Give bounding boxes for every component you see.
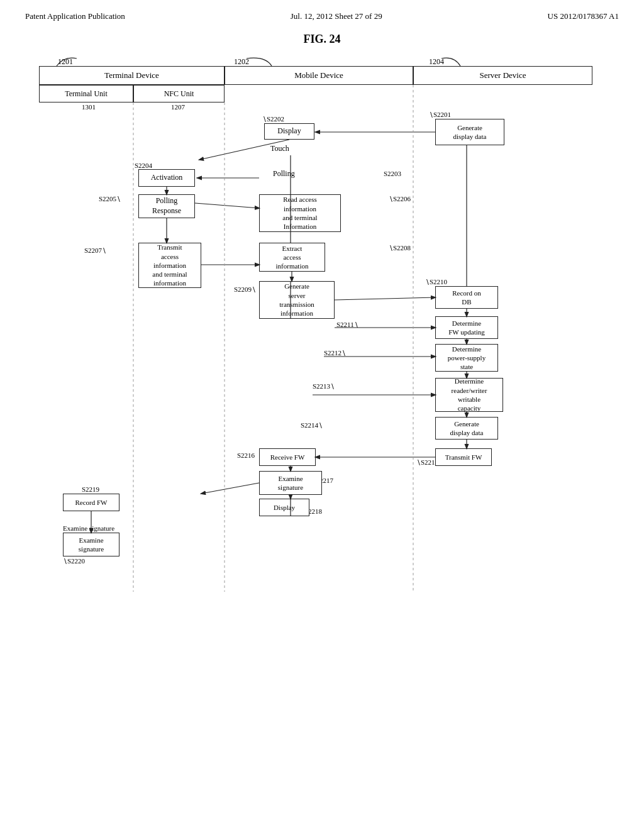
header-left: Patent Application Publication <box>25 11 125 21</box>
s2212-box: Determinepower-supplystate <box>435 344 498 372</box>
nfc-unit-header: NFC Unit <box>133 85 225 102</box>
s2206-box: Read accessinformationand terminalInform… <box>259 194 341 232</box>
s2213-box: Determinereader/writerwritablecapacity <box>435 378 503 412</box>
s2202-label: ∖S2202 <box>262 114 284 123</box>
header-middle: Jul. 12, 2012 Sheet 27 of 29 <box>291 11 382 21</box>
s2216-box: Receive FW <box>259 448 316 466</box>
figure-title: FIG. 24 <box>0 33 644 46</box>
tu-number: 1301 <box>82 102 96 111</box>
s2211-label-num: S2211∖ <box>336 320 358 329</box>
s2205-box: PollingResponse <box>138 194 195 218</box>
s2204-box: Activation <box>138 169 195 187</box>
s2212-label-num: S2212∖ <box>324 348 346 357</box>
svg-line-13 <box>201 483 259 494</box>
s2220-label-num: Examine signature <box>63 524 114 533</box>
terminal-device-header: Terminal Device <box>39 66 225 85</box>
s2219-box: Record FW <box>63 494 119 511</box>
server-device-header: Server Device <box>413 66 592 85</box>
polling-label: Polling <box>273 169 295 179</box>
s2214-label-num: S2214∖ <box>301 421 323 429</box>
header-right: US 2012/0178367 A1 <box>548 11 619 21</box>
svg-line-3 <box>195 203 259 208</box>
s2216-label-num: S2216 <box>237 451 255 460</box>
s2201-box: Generatedisplay data <box>435 119 504 145</box>
nfc-number: 1207 <box>171 102 185 111</box>
s2207-box: Transmitaccessinformationand terminalinf… <box>138 243 201 288</box>
page-header: Patent Application Publication Jul. 12, … <box>0 0 644 26</box>
s2213-label-num: S2213∖ <box>313 382 335 390</box>
s2201-label: ∖S2201 <box>429 110 451 119</box>
s2220-box: Examinesignature <box>63 533 119 556</box>
s2211-box: DetermineFW updating <box>435 316 498 339</box>
s2217-box: Examinesignature <box>259 471 322 495</box>
mobile-device-header: Mobile Device <box>225 66 413 85</box>
diagram-arrows <box>39 57 605 780</box>
s2205-label: S2205∖ <box>99 194 121 203</box>
s2215-box: Transmit FW <box>435 448 492 466</box>
s2209-box: Generateservertransmissioninformation <box>259 281 335 319</box>
s2220-step-num: ∖S2220 <box>63 556 85 565</box>
touch-label: Touch <box>270 144 289 154</box>
s2209-label-num: S2209∖ <box>234 285 256 294</box>
s2214-box: Generatedisplay data <box>435 417 498 440</box>
s2219-label-num: S2219 <box>82 485 99 494</box>
s2208-label: ∖S2208 <box>389 243 411 252</box>
s2202-box: Display <box>264 123 314 140</box>
s2207-label: S2207∖ <box>84 246 106 255</box>
s2208-box: Extractaccessinformation <box>259 243 325 272</box>
s2206-label: ∖S2206 <box>389 194 411 203</box>
terminal-unit-header: Terminal Unit <box>39 85 133 102</box>
s2210-label-num: ∖S2210 <box>425 277 447 286</box>
s2203-label: S2203 <box>384 169 401 178</box>
svg-line-7 <box>335 297 435 300</box>
s2218-box: Display <box>259 499 309 516</box>
diagram: 1201 1202 1204 Terminal Device Mobile De… <box>39 57 605 780</box>
s2210-box: Record onDB <box>435 286 498 309</box>
